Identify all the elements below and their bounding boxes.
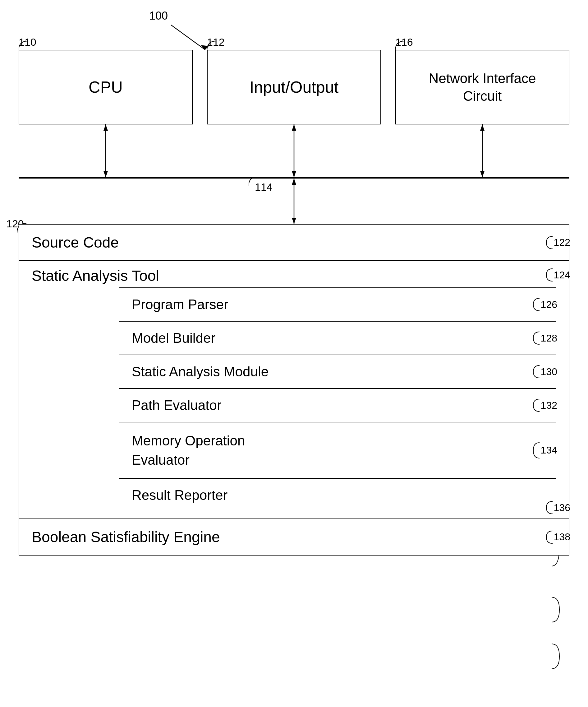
ref-134-bracket (532, 441, 540, 460)
static-analysis-module-label: Static Analysis Module (132, 364, 268, 379)
bus-line (19, 177, 569, 178)
program-parser-box: Program Parser 126 (119, 288, 556, 322)
bse-section: Boolean Satisfiability Engine 138 (19, 519, 569, 555)
bus-bracket (249, 177, 258, 186)
path-evaluator-label: Path Evaluator (132, 398, 222, 413)
ref-124: 124 (554, 269, 570, 281)
memory-op-evaluator-label: Memory Operation Evaluator (132, 433, 245, 468)
cpu-label: CPU (88, 78, 123, 96)
label-100: 100 (149, 9, 168, 23)
cpu-bracket (19, 41, 28, 50)
ref-138: 138 (554, 531, 570, 543)
nic-box: Network Interface Circuit (395, 50, 569, 125)
main-box: Source Code 122 Static Analysis Tool Pro… (19, 224, 569, 556)
static-analysis-module-box: Static Analysis Module 130 (119, 355, 556, 389)
model-builder-box: Model Builder 128 (119, 322, 556, 355)
svg-line-0 (171, 25, 205, 50)
program-parser-label: Program Parser (132, 297, 228, 312)
svg-marker-13 (292, 218, 296, 224)
io-box: Input/Output (207, 50, 381, 125)
bse-label: Boolean Satisfiability Engine (32, 529, 220, 545)
ref-124-bracket (545, 267, 553, 283)
ref-128-area: 128 (532, 330, 557, 346)
top-boxes: 110 CPU 112 Input/Output 116 (19, 50, 569, 125)
cpu-container: 110 CPU (19, 50, 193, 125)
ref-132-area: 132 (532, 398, 557, 413)
ref-134: 134 (541, 443, 557, 457)
ref-132-bracket (532, 398, 540, 413)
svg-marker-6 (292, 125, 296, 131)
nic-label: Network Interface Circuit (429, 69, 536, 105)
svg-marker-3 (104, 125, 108, 131)
ref-126: 126 (541, 299, 557, 310)
diagram: 100 110 CPU 112 Input/Output 116 (0, 0, 588, 707)
result-reporter-box: Result Reporter (119, 479, 556, 512)
ref-138-bracket (545, 529, 553, 545)
inner-boxes: Program Parser 126 Model Builder (119, 288, 556, 512)
ref-130-area: 130 (532, 364, 557, 379)
ref-124-area: 124 (545, 267, 570, 283)
svg-marker-4 (104, 171, 108, 177)
ref-126-bracket (532, 297, 540, 312)
ref-122: 122 (554, 237, 570, 248)
svg-marker-7 (292, 171, 296, 177)
ref-128-bracket (532, 330, 540, 346)
static-analysis-tool-section: Static Analysis Tool Program Parser 126 … (19, 261, 569, 519)
nic-container: 116 Network Interface Circuit (395, 50, 569, 125)
ref-136: 136 (554, 502, 570, 513)
ref-128: 128 (541, 333, 557, 344)
svg-marker-9 (480, 125, 484, 131)
io-label: Input/Output (250, 78, 338, 96)
memory-op-evaluator-box: Memory Operation Evaluator 134 (119, 423, 556, 479)
svg-marker-10 (480, 171, 484, 177)
svg-marker-12 (292, 178, 296, 185)
ref-136-area: 136 (545, 500, 570, 515)
ref-132: 132 (541, 400, 557, 411)
model-builder-label: Model Builder (132, 330, 215, 345)
ref-134-area: 134 (532, 441, 557, 460)
source-code-label: Source Code (32, 234, 119, 251)
ref-122-area: 122 (545, 235, 570, 250)
sat-title: Static Analysis Tool (32, 267, 556, 284)
result-reporter-label: Result Reporter (132, 487, 227, 503)
ref-136-bracket (545, 500, 553, 515)
path-evaluator-box: Path Evaluator 132 (119, 389, 556, 423)
source-code-section: Source Code 122 (19, 225, 569, 261)
ref-130-bracket (532, 364, 540, 379)
cpu-box: CPU (19, 50, 193, 125)
ref-122-bracket (545, 235, 553, 250)
ref-138-area: 138 (545, 529, 570, 545)
io-container: 112 Input/Output (207, 50, 381, 125)
io-bracket (207, 41, 216, 50)
nic-bracket (395, 41, 405, 50)
ref-126-area: 126 (532, 297, 557, 312)
ref-130: 130 (541, 366, 557, 378)
